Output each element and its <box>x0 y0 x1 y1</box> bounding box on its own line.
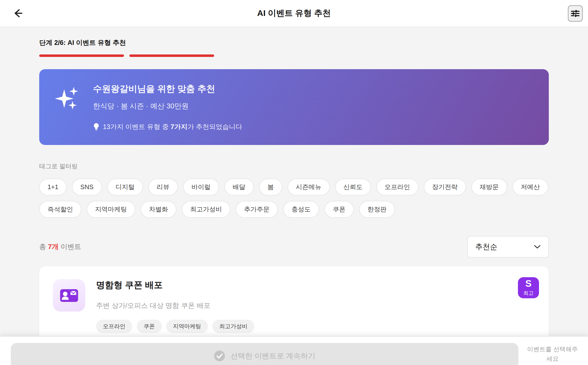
progress-bar <box>39 54 549 57</box>
event-count-value: 7개 <box>48 243 59 250</box>
main-content: 단계 2/6: AI 이벤트 유형 추천 수원왕갈비님을 위한 맞춤 추천 한식… <box>0 38 588 365</box>
back-button[interactable] <box>11 6 24 20</box>
filter-chip[interactable]: 추가주문 <box>236 201 278 218</box>
sparkles-icon <box>55 85 80 131</box>
event-card-text: 명함형 쿠폰 배포 주변 상가/오피스 대상 명함 쿠폰 배포 오프라인 쿠폰 … <box>96 279 254 333</box>
chevron-down-icon <box>534 244 541 249</box>
tune-sliders-icon <box>571 9 580 18</box>
banner-info-text: 13가지 이벤트 유형 중 7가지가 추천되었습니다 <box>103 122 242 131</box>
filter-chip[interactable]: 최고가성비 <box>182 201 230 218</box>
filter-chip[interactable]: 리뷰 <box>148 179 178 196</box>
banner-text: 수원왕갈비님을 위한 맞춤 추천 한식당 · 봄 시즌 · 예산 30만원 13… <box>93 83 242 131</box>
filter-settings-button[interactable] <box>568 5 583 22</box>
banner-info: 13가지 이벤트 유형 중 7가지가 추천되었습니다 <box>93 122 242 131</box>
grade-badge: S 최고 <box>518 277 539 298</box>
summary-row: 총 7개 이벤트 추천순 <box>39 236 549 258</box>
filter-chip[interactable]: 배달 <box>224 179 254 196</box>
sort-dropdown[interactable]: 추천순 <box>467 236 549 258</box>
event-tag: 지역마케팅 <box>166 320 208 333</box>
event-count-text: 총 7개 이벤트 <box>39 242 81 251</box>
progress-segment <box>129 54 214 57</box>
step-label: 단계 2/6: AI 이벤트 유형 추천 <box>39 38 549 47</box>
filter-chip[interactable]: 바이럴 <box>183 179 219 196</box>
event-description: 주변 상가/오피스 대상 명함 쿠폰 배포 <box>96 301 254 310</box>
filter-chip[interactable]: 충성도 <box>283 201 319 218</box>
filter-chip-list: 1+1 SNS 디지털 리뷰 바이럴 배달 봄 시즌메뉴 신뢰도 오프라인 장기… <box>39 179 549 218</box>
app-window: AI 이벤트 유형 추천 단계 2/6: AI 이벤트 유형 추천 <box>0 0 588 365</box>
event-tag: 쿠폰 <box>137 320 162 333</box>
filter-chip[interactable]: 디지털 <box>107 179 143 196</box>
selection-hint-text: 이벤트를 선택해주세요 <box>524 344 581 364</box>
recommendation-banner: 수원왕갈비님을 위한 맞춤 추천 한식당 · 봄 시즌 · 예산 30만원 13… <box>39 69 549 145</box>
filter-chip[interactable]: 장기전략 <box>424 179 466 196</box>
filter-chip[interactable]: 한정판 <box>359 201 395 218</box>
event-card-head: 명함형 쿠폰 배포 주변 상가/오피스 대상 명함 쿠폰 배포 오프라인 쿠폰 … <box>53 279 535 333</box>
bottom-action-bar: 선택한 이벤트로 계속하기 이벤트를 선택해주세요 <box>0 336 588 365</box>
header: AI 이벤트 유형 추천 <box>0 0 588 27</box>
filter-chip[interactable]: 지역마케팅 <box>87 201 135 218</box>
banner-title: 수원왕갈비님을 위한 맞춤 추천 <box>93 83 242 95</box>
filter-section-label: 태그로 필터링 <box>39 162 549 170</box>
contact-card-coupon-icon <box>59 286 79 305</box>
filter-chip[interactable]: 신뢰도 <box>335 179 371 196</box>
arrow-left-icon <box>12 8 23 19</box>
filter-chip[interactable]: 재방문 <box>471 179 507 196</box>
sort-dropdown-value: 추천순 <box>475 242 497 252</box>
filter-chip[interactable]: 시즌메뉴 <box>288 179 330 196</box>
event-title: 명함형 쿠폰 배포 <box>96 279 254 291</box>
filter-chip[interactable]: 즉석할인 <box>39 201 81 218</box>
filter-chip[interactable]: 1+1 <box>39 179 67 196</box>
event-tag: 최고가성비 <box>212 320 254 333</box>
filter-chip[interactable]: SNS <box>72 179 102 196</box>
continue-button[interactable]: 선택한 이벤트로 계속하기 <box>11 343 518 365</box>
event-tag-list: 오프라인 쿠폰 지역마케팅 최고가성비 <box>96 320 254 333</box>
grade-label: 최고 <box>523 290 534 297</box>
progress-segment <box>39 54 124 57</box>
banner-subtitle: 한식당 · 봄 시즌 · 예산 30만원 <box>93 101 242 111</box>
filter-chip[interactable]: 쿠폰 <box>324 201 354 218</box>
filter-chip[interactable]: 오프라인 <box>376 179 418 196</box>
filter-chip[interactable]: 저예산 <box>513 179 548 196</box>
event-tag: 오프라인 <box>96 320 132 333</box>
lightbulb-icon <box>93 123 99 131</box>
filter-chip[interactable]: 봄 <box>259 179 282 196</box>
grade-letter: S <box>525 279 531 288</box>
continue-button-label: 선택한 이벤트로 계속하기 <box>231 351 316 361</box>
page-title: AI 이벤트 유형 추천 <box>257 8 331 19</box>
filter-chip[interactable]: 차별화 <box>141 201 176 218</box>
check-circle-icon <box>214 350 225 362</box>
event-icon-container <box>53 279 85 312</box>
